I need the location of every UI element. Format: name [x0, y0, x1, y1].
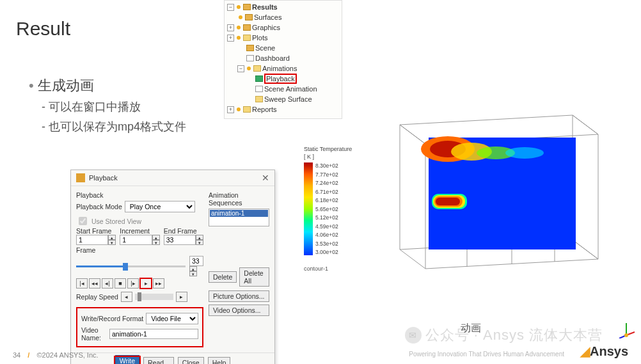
- legend-ticks: 8.30e+027.77e+027.24e+02 6.71e+026.18e+0…: [315, 162, 338, 255]
- help-button[interactable]: Help: [208, 357, 231, 364]
- svg-point-29: [624, 333, 628, 337]
- bullet-1-sub-2: 也可以保存为mp4格式文件: [42, 117, 186, 137]
- tree-item-scene[interactable]: Scene: [225, 43, 342, 53]
- video-options-button[interactable]: Video Options...: [209, 305, 269, 316]
- tree-item-graphics[interactable]: +Graphics: [225, 22, 342, 33]
- wechat-icon: ✉: [405, 327, 422, 344]
- bullet-1-sub-1: 可以在窗口中播放: [42, 97, 186, 117]
- playback-mode-select[interactable]: Play Once: [125, 201, 195, 212]
- frame-label: Frame: [76, 246, 203, 254]
- wechat-watermark: ✉ 公众号 · Ansys 流体大本营: [405, 326, 603, 345]
- transport-play-icon[interactable]: ▸: [140, 278, 152, 289]
- use-stored-view-checkbox[interactable]: Use Stored View: [76, 215, 203, 227]
- ansys-logo: ◢Ansys: [580, 344, 628, 359]
- delete-all-button[interactable]: Delete All: [239, 267, 269, 287]
- anim-sequences-list[interactable]: animation-1: [209, 209, 269, 226]
- tree-item-animations[interactable]: −Animations: [225, 63, 342, 74]
- svg-point-20: [505, 147, 544, 159]
- svg-line-5: [573, 240, 598, 259]
- replay-speed-slider[interactable]: [135, 294, 173, 300]
- spin-down-icon[interactable]: ▾: [196, 240, 203, 245]
- frame-value-input[interactable]: [189, 256, 203, 266]
- end-frame-label: End Frame: [164, 227, 203, 235]
- replay-speed-label: Replay Speed: [76, 293, 118, 301]
- tree-item-results[interactable]: −Results: [225, 2, 342, 12]
- playback-section-label: Playback: [76, 191, 203, 199]
- tree-item-sweep-surface[interactable]: Sweep Surface: [225, 94, 342, 104]
- footer-left: 34 / ©2024 ANSYS, Inc.: [13, 351, 99, 359]
- bullet-list: 生成动画 可以在窗口中播放 也可以保存为mp4格式文件: [29, 74, 186, 137]
- anim-sequences-label: Animation Sequences: [209, 191, 269, 207]
- transport-rewind-icon[interactable]: ◂◂: [89, 278, 100, 289]
- svg-rect-24: [436, 198, 460, 205]
- close-icon[interactable]: ✕: [262, 173, 269, 183]
- video-name-label: Video Name:: [81, 326, 107, 342]
- svg-marker-2: [573, 115, 598, 259]
- slide-title: Result: [16, 18, 70, 40]
- legend-unit: [ K ]: [304, 154, 352, 160]
- write-format-select[interactable]: Video File: [146, 313, 198, 324]
- playback-dialog: Playback ✕ Playback Playback Mode Play O…: [70, 170, 275, 364]
- transport-controls: |◂ ◂◂ ◂| ■ |▸ ▸ ▸▸: [76, 278, 203, 289]
- tree-item-plots[interactable]: +Plots: [225, 33, 342, 43]
- increment-input[interactable]: [120, 235, 152, 245]
- playback-mode-label: Playback Mode: [76, 203, 122, 210]
- delete-button[interactable]: Delete: [209, 271, 237, 283]
- spin-up-icon[interactable]: ▴: [196, 235, 203, 240]
- transport-stop-icon[interactable]: ■: [115, 278, 126, 289]
- footer-divider-icon: /: [28, 351, 29, 359]
- anim-sequence-item[interactable]: animation-1: [210, 210, 268, 217]
- footer-tagline: Powering Innovation That Drives Human Ad…: [409, 351, 564, 358]
- colorbar: [304, 162, 313, 255]
- read-button[interactable]: Read...: [143, 357, 174, 364]
- write-format-label: Write/Record Format: [81, 315, 143, 322]
- spin-up-icon[interactable]: ▴: [108, 235, 116, 240]
- increment-label: Increment: [120, 227, 159, 235]
- replay-slower-icon[interactable]: ◂: [121, 292, 132, 302]
- tree-item-dashboard[interactable]: Dashboard: [225, 53, 342, 63]
- transport-stepback-icon[interactable]: ◂|: [102, 278, 113, 289]
- picture-options-button[interactable]: Picture Options...: [209, 290, 269, 302]
- end-frame-input[interactable]: [164, 235, 196, 245]
- spin-up-icon[interactable]: ▴: [152, 235, 160, 240]
- contour-label: contour-1: [304, 265, 328, 272]
- spin-up-icon[interactable]: ▴: [189, 266, 197, 271]
- start-frame-label: Start Frame: [76, 227, 116, 235]
- tree-item-scene-animation[interactable]: Scene Animation: [225, 84, 342, 94]
- spin-down-icon[interactable]: ▾: [189, 271, 197, 276]
- legend-title: Static Temperature: [304, 146, 352, 152]
- dialog-titlebar: Playback ✕: [71, 170, 274, 186]
- axis-triad-icon: [617, 319, 636, 338]
- write-button[interactable]: Write: [115, 355, 139, 364]
- svg-rect-25: [553, 138, 576, 249]
- tree-item-surfaces[interactable]: Surfaces: [225, 12, 342, 22]
- frame-slider[interactable]: [76, 262, 186, 271]
- write-record-group: Write/Record Format Video File Video Nam…: [76, 307, 203, 347]
- bullet-1: 生成动画: [29, 74, 186, 97]
- spin-down-icon[interactable]: ▾: [152, 240, 160, 245]
- copyright: ©2024 ANSYS, Inc.: [36, 351, 98, 359]
- tree-item-playback[interactable]: Playback: [225, 74, 342, 84]
- replay-faster-icon[interactable]: ▸: [176, 292, 187, 302]
- video-name-input[interactable]: [109, 329, 198, 339]
- page-number: 34: [13, 351, 20, 359]
- results-tree: −Results Surfaces +Graphics +Plots Scene…: [224, 0, 342, 119]
- colormap-legend: Static Temperature [ K ] 8.30e+027.77e+0…: [304, 146, 352, 255]
- transport-stepfwd-icon[interactable]: |▸: [127, 278, 139, 289]
- tree-item-reports[interactable]: +Reports: [225, 104, 342, 115]
- temperature-contour-viz: [361, 99, 614, 294]
- dialog-title: Playback: [89, 174, 262, 182]
- close-button[interactable]: Close: [178, 357, 204, 364]
- app-icon: [76, 173, 85, 182]
- start-frame-input[interactable]: [76, 235, 108, 245]
- transport-first-icon[interactable]: |◂: [76, 278, 88, 289]
- transport-fastfwd-icon[interactable]: ▸▸: [153, 278, 164, 289]
- spin-down-icon[interactable]: ▾: [108, 240, 116, 245]
